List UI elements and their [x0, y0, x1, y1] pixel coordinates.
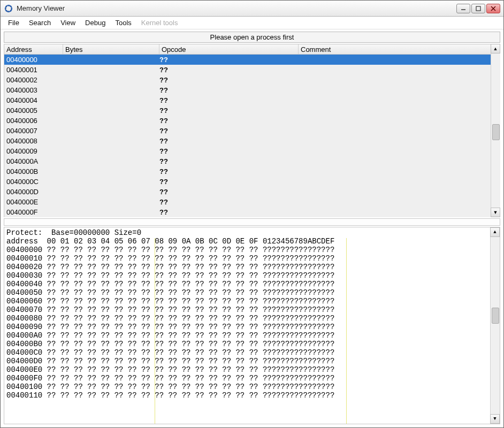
- cell-bytes: [63, 65, 159, 75]
- table-row[interactable]: 00400003??: [4, 85, 500, 95]
- cell-opcode: ??: [159, 177, 299, 187]
- cell-opcode: ??: [159, 166, 299, 177]
- cell-comment: [299, 156, 500, 166]
- cell-bytes: [63, 75, 159, 85]
- cell-opcode: ??: [159, 146, 299, 156]
- splitter[interactable]: [4, 218, 500, 226]
- menu-kernel-tools: Kernel tools: [137, 18, 182, 28]
- cell-address: 0040000F: [4, 207, 63, 217]
- cell-address: 00400006: [4, 116, 63, 126]
- column-address[interactable]: Address: [4, 44, 63, 54]
- table-row[interactable]: 00400007??: [4, 126, 500, 136]
- hex-scrollbar[interactable]: ▲ ▼: [490, 227, 500, 424]
- scroll-up-icon[interactable]: ▲: [491, 44, 500, 54]
- cell-address: 0040000E: [4, 197, 63, 207]
- scroll-down-icon[interactable]: ▼: [491, 208, 500, 217]
- cell-opcode: ??: [159, 75, 299, 85]
- table-row[interactable]: 0040000F??: [4, 207, 500, 217]
- cell-bytes: [63, 146, 159, 156]
- scroll-down-icon[interactable]: ▼: [490, 414, 500, 424]
- hex-dump-panel[interactable]: Protect: Base=00000000 Size=0 address 00…: [4, 227, 500, 424]
- column-bytes[interactable]: Bytes: [63, 44, 159, 54]
- cell-opcode: ??: [159, 197, 299, 207]
- maximize-button[interactable]: [471, 4, 485, 13]
- table-row[interactable]: 0040000D??: [4, 187, 500, 197]
- column-headers: Address Bytes Opcode Comment: [4, 44, 500, 55]
- status-message: Please open a process first: [4, 32, 500, 43]
- cell-address: 0040000A: [4, 156, 63, 166]
- disassembly-rows[interactable]: 00400000??00400001??00400002??00400003??…: [4, 55, 500, 217]
- cell-bytes: [63, 126, 159, 136]
- cell-opcode: ??: [159, 136, 299, 146]
- disasm-scrollbar[interactable]: ▲ ▼: [491, 44, 500, 217]
- cell-address: 00400003: [4, 85, 63, 95]
- cell-comment: [299, 177, 500, 187]
- column-opcode[interactable]: Opcode: [159, 44, 299, 54]
- table-row[interactable]: 00400002??: [4, 75, 500, 85]
- cell-opcode: ??: [159, 116, 299, 126]
- cell-comment: [299, 116, 500, 126]
- table-row[interactable]: 00400000??: [4, 55, 500, 65]
- table-row[interactable]: 0040000C??: [4, 177, 500, 187]
- window-controls: [456, 4, 500, 13]
- memory-viewer-window: Memory Viewer File Search View Debug Too…: [0, 0, 504, 428]
- cell-bytes: [63, 116, 159, 126]
- hex-content[interactable]: Protect: Base=00000000 Size=0 address 00…: [4, 227, 500, 401]
- cell-address: 00400005: [4, 105, 63, 116]
- table-row[interactable]: 00400006??: [4, 116, 500, 126]
- menu-search[interactable]: Search: [25, 18, 55, 28]
- cell-bytes: [63, 166, 159, 177]
- cell-opcode: ??: [159, 55, 299, 65]
- table-row[interactable]: 00400009??: [4, 146, 500, 156]
- table-row[interactable]: 00400001??: [4, 65, 500, 75]
- menu-debug[interactable]: Debug: [81, 18, 110, 28]
- menu-view[interactable]: View: [56, 18, 80, 28]
- title-bar[interactable]: Memory Viewer: [1, 1, 503, 17]
- cell-address: 00400001: [4, 65, 63, 75]
- scroll-thumb[interactable]: [492, 124, 500, 140]
- menu-file[interactable]: File: [4, 18, 24, 28]
- cell-bytes: [63, 85, 159, 95]
- table-row[interactable]: 0040000B??: [4, 166, 500, 177]
- cell-comment: [299, 126, 500, 136]
- cell-opcode: ??: [159, 85, 299, 95]
- cell-address: 0040000C: [4, 177, 63, 187]
- cell-comment: [299, 166, 500, 177]
- cell-address: 00400007: [4, 126, 63, 136]
- cell-opcode: ??: [159, 207, 299, 217]
- scroll-thumb[interactable]: [492, 308, 499, 324]
- cell-comment: [299, 187, 500, 197]
- table-row[interactable]: 0040000A??: [4, 156, 500, 166]
- table-row[interactable]: 00400008??: [4, 136, 500, 146]
- cell-comment: [299, 75, 500, 85]
- cell-address: 00400009: [4, 146, 63, 156]
- cell-bytes: [63, 197, 159, 207]
- cell-bytes: [63, 207, 159, 217]
- cell-comment: [299, 207, 500, 217]
- menu-bar: File Search View Debug Tools Kernel tool…: [1, 17, 503, 29]
- cell-comment: [299, 95, 500, 105]
- menu-tools[interactable]: Tools: [111, 18, 135, 28]
- table-row[interactable]: 00400005??: [4, 105, 500, 116]
- cell-bytes: [63, 156, 159, 166]
- cell-bytes: [63, 55, 159, 65]
- cell-bytes: [63, 95, 159, 105]
- cell-address: 00400004: [4, 95, 63, 105]
- scroll-up-icon[interactable]: ▲: [490, 227, 500, 237]
- cell-bytes: [63, 136, 159, 146]
- cell-comment: [299, 136, 500, 146]
- table-row[interactable]: 0040000E??: [4, 197, 500, 207]
- column-comment[interactable]: Comment: [299, 44, 500, 54]
- cell-opcode: ??: [159, 105, 299, 116]
- minimize-button[interactable]: [456, 4, 470, 13]
- cell-comment: [299, 146, 500, 156]
- cell-bytes: [63, 187, 159, 197]
- close-button[interactable]: [486, 4, 500, 13]
- cell-comment: [299, 105, 500, 116]
- table-row[interactable]: 00400004??: [4, 95, 500, 105]
- svg-rect-2: [476, 6, 480, 11]
- cell-address: 0040000D: [4, 187, 63, 197]
- cell-opcode: ??: [159, 156, 299, 166]
- cell-address: 00400002: [4, 75, 63, 85]
- disassembly-panel: Address Bytes Opcode Comment 00400000??0…: [4, 44, 500, 217]
